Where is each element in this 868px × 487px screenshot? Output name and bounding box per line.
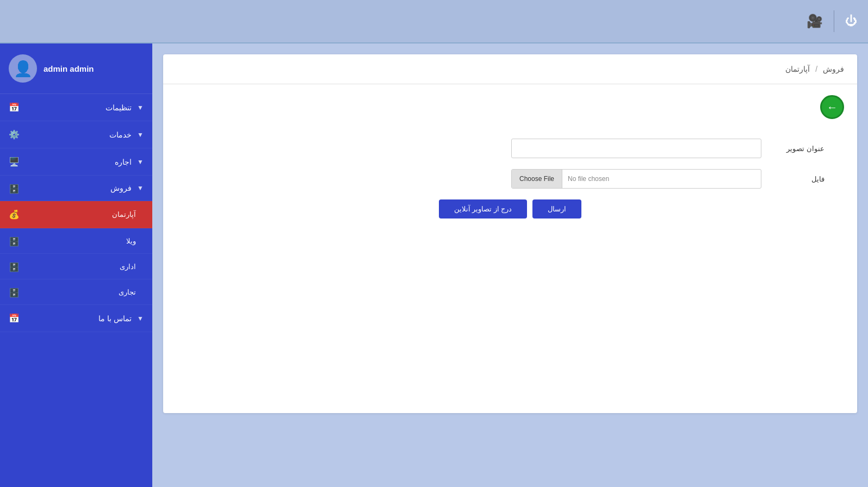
sidebar-item-apartman[interactable]: آپارتمان [0,201,152,228]
arrow-forush: ▼ [137,184,144,192]
sidebar-item-villa[interactable]: ویلا [0,228,152,254]
label-tanzimaat: تنظیمات [25,103,132,112]
db-icon-edari [9,261,20,271]
sidebar-item-tanzimaat[interactable]: ▼ تنظیمات [0,94,152,121]
db-icon-villa [9,236,20,246]
label-ejare: اجاره [25,158,132,166]
sidebar-menu: ▼ تنظیمات ▼ خدمات ▼ اجاره ▼ فروش [0,94,152,487]
file-input-wrapper: Choose File No file chosen [511,169,761,189]
label-edari: اداری [25,263,136,271]
form-row-image-title: عنوان تصویر [196,139,824,158]
content-area: فروش / آپارتمان عنوان تصویر [152,43,868,487]
image-title-label: عنوان تصویر [770,145,824,153]
sidebar-item-forush[interactable]: ▼ فروش [0,176,152,201]
online-insert-button[interactable]: درج از تصاویر آنلاین [439,199,528,218]
calendar-icon-tamas [9,313,20,324]
arrow-khadamat: ▼ [137,131,144,139]
breadcrumb-root: فروش [823,65,844,73]
db-icon-forush [9,183,20,193]
arrow-ejare: ▼ [137,158,144,166]
db-icon-tejari [9,287,20,297]
label-khadamat: خدمات [25,130,132,139]
sidebar-item-khadamat[interactable]: ▼ خدمات [0,121,152,148]
file-no-chosen-text: No file chosen [562,175,761,183]
label-villa: ویلا [25,237,136,245]
video-icon[interactable]: 🎥 [807,14,823,29]
monitor-icon-ejare [9,156,20,167]
file-choose-button[interactable]: Choose File [512,170,562,188]
arrow-tamas: ▼ [137,315,144,322]
arrow-tanzimaat: ▼ [137,104,144,111]
label-apartman: آپارتمان [25,210,136,218]
sidebar-item-tejari[interactable]: تجاری [0,279,152,305]
label-tamas: تماس با ما [25,314,132,323]
power-icon[interactable]: ⏻ [845,14,857,28]
top-bar: ⏻ 🎥 [0,0,868,43]
image-title-input[interactable] [511,139,761,158]
breadcrumb-separator: / [815,65,817,73]
sidebar-item-edari[interactable]: اداری [0,254,152,279]
sidebar-item-tamas[interactable]: ▼ تماس با ما [0,305,152,332]
card-header: فروش / آپارتمان [163,54,857,84]
sidebar-item-ejare[interactable]: ▼ اجاره [0,148,152,176]
back-button[interactable] [820,95,844,119]
sidebar-user: admin admin 👤 [0,43,152,94]
form-row-file: فایل Choose File No file chosen [196,169,824,189]
file-label: فایل [770,175,824,183]
calendar-icon-tanzimaat [9,102,20,113]
content-card: فروش / آپارتمان عنوان تصویر [163,54,857,413]
sidebar: admin admin 👤 ▼ تنظیمات ▼ خدمات ▼ اج [0,43,152,487]
coins-icon-apartman [9,209,20,220]
form-section: عنوان تصویر فایل Choose File No file cho… [196,139,824,218]
submit-button[interactable]: ارسال [532,199,581,218]
card-body: عنوان تصویر فایل Choose File No file cho… [163,84,857,240]
user-name: admin admin [44,64,94,73]
main-layout: فروش / آپارتمان عنوان تصویر [0,43,868,487]
breadcrumb-current: آپارتمان [785,65,810,73]
label-tejari: تجاری [25,288,136,296]
divider [834,10,834,32]
label-forush: فروش [25,184,132,192]
form-buttons: ارسال درج از تصاویر آنلاین [196,199,824,218]
gear-icon-khadamat [9,129,20,140]
avatar-icon: 👤 [14,60,33,78]
user-avatar: 👤 [9,54,37,83]
breadcrumb: فروش / آپارتمان [785,65,844,73]
